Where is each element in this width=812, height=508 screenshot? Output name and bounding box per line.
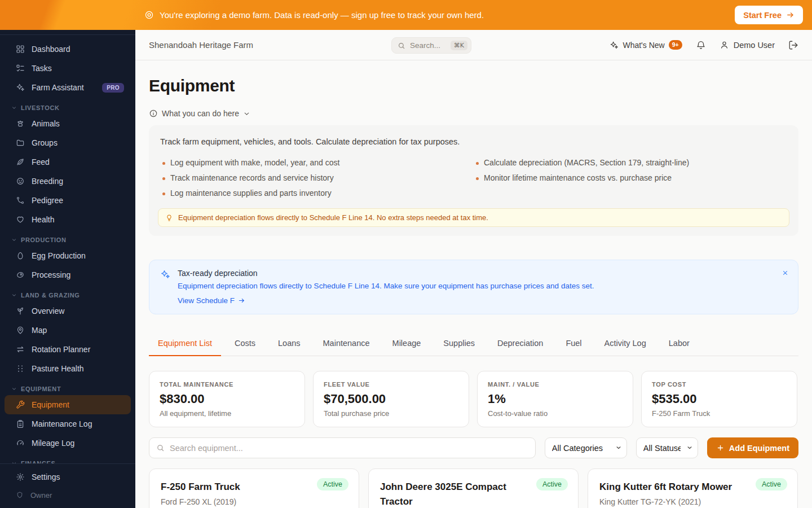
folder-icon xyxy=(16,138,25,147)
sidebar-item-breeding[interactable]: Breeding xyxy=(5,172,131,191)
breeding-icon xyxy=(16,177,25,186)
sidebar-item-animals[interactable]: Animals xyxy=(5,114,131,133)
sidebar-item-farm-assistant[interactable]: Farm Assistant PRO xyxy=(5,78,131,97)
help-toggle[interactable]: What you can do here xyxy=(149,109,250,118)
category-filter-select[interactable]: All Categories xyxy=(545,437,627,458)
tab-mileage[interactable]: Mileage xyxy=(383,339,430,356)
help-bullets-left: Log equipment with make, model, year, an… xyxy=(160,152,474,198)
sidebar-item-equipment[interactable]: Equipment xyxy=(5,395,131,414)
sidebar-nav: Dashboard Tasks Farm Assistant PRO LIVES… xyxy=(0,35,135,463)
sidebar-item-dashboard[interactable]: Dashboard xyxy=(5,40,131,59)
user-icon xyxy=(720,40,729,50)
tab-labor[interactable]: Labor xyxy=(660,339,699,356)
equipment-card-king-kutter[interactable]: King Kutter 6ft Rotary Mower Active King… xyxy=(588,468,798,508)
section-title: EQUIPMENT xyxy=(21,386,61,392)
sidebar-section-production[interactable]: PRODUCTION xyxy=(0,233,135,246)
sidebar-item-label: Farm Assistant xyxy=(32,83,84,92)
sidebar-item-pasture-health[interactable]: Pasture Health xyxy=(5,359,131,378)
sidebar-item-feed[interactable]: Feed xyxy=(5,152,131,172)
stat-card-top-cost: TOP COST $535.00 F-250 Farm Truck xyxy=(641,371,797,427)
pro-badge: PRO xyxy=(102,83,124,93)
user-name: Demo User xyxy=(734,41,775,50)
sidebar-item-mileage-log[interactable]: Mileage Log xyxy=(5,433,131,453)
pasture-grid-icon xyxy=(16,364,25,373)
callout-title: Tax-ready depreciation xyxy=(178,269,594,278)
equipment-grid: F-250 Farm Truck Active Ford F-250 XL (2… xyxy=(149,468,798,508)
stats-row: TOTAL MAINTENANCE $830.00 All equipment,… xyxy=(149,371,798,427)
stat-sub: F-250 Farm Truck xyxy=(652,409,787,418)
sidebar-section-finances[interactable]: FINANCES xyxy=(0,457,135,463)
keyboard-shortcut-badge: ⌘K xyxy=(451,41,467,50)
whats-new-button[interactable]: What's New 9+ xyxy=(610,40,682,50)
status-filter-wrap: All Statuses xyxy=(636,437,698,458)
tax-tip-banner: Equipment depreciation flows directly to… xyxy=(158,208,789,227)
notifications-bell-button[interactable] xyxy=(695,39,707,51)
sidebar-item-label: Rotation Planner xyxy=(32,345,90,354)
tab-supplies[interactable]: Supplies xyxy=(434,339,484,356)
equipment-search-input[interactable] xyxy=(170,444,528,453)
tab-equipment-list[interactable]: Equipment List xyxy=(149,339,221,356)
help-bullet: Log equipment with make, model, year, an… xyxy=(160,158,474,167)
plus-icon xyxy=(716,444,725,452)
help-bullet: Monitor lifetime maintenance costs vs. p… xyxy=(474,173,787,182)
sidebar-user-role: Owner xyxy=(5,487,131,503)
start-free-label: Start Free xyxy=(743,11,782,20)
sidebar-item-health[interactable]: Health xyxy=(5,210,131,229)
sidebar-item-label: Mileage Log xyxy=(32,439,74,448)
tab-activity-log[interactable]: Activity Log xyxy=(595,339,655,356)
sidebar: Dashboard Tasks Farm Assistant PRO LIVES… xyxy=(0,30,135,508)
callout-body: Equipment depreciation flows directly to… xyxy=(178,282,594,290)
sidebar-item-pedigree[interactable]: Pedigree xyxy=(5,191,131,210)
sidebar-item-tasks[interactable]: Tasks xyxy=(5,59,131,78)
help-bullet: Track maintenance records and service hi… xyxy=(160,173,474,182)
sidebar-item-maintenance-log[interactable]: Maintenance Log xyxy=(5,414,131,433)
demo-banner-message-row: You're exploring a demo farm. Data is re… xyxy=(144,0,484,30)
start-free-button[interactable]: Start Free xyxy=(735,6,803,24)
equipment-card-john-deere[interactable]: John Deere 3025E Compact Tractor Active … xyxy=(368,468,579,508)
sidebar-item-label: Maintenance Log xyxy=(32,419,92,428)
user-menu[interactable]: Demo User xyxy=(720,40,775,50)
view-schedule-f-link[interactable]: View Schedule F xyxy=(178,296,245,305)
close-icon[interactable] xyxy=(780,268,790,278)
equipment-name: King Kutter 6ft Rotary Mower xyxy=(599,480,740,494)
equipment-search-box xyxy=(149,437,536,458)
tab-depreciation[interactable]: Depreciation xyxy=(488,339,552,356)
sidebar-item-label: Settings xyxy=(32,472,60,481)
sidebar-item-overview[interactable]: Overview xyxy=(5,301,131,321)
stat-value: 1% xyxy=(488,392,623,406)
tasks-icon xyxy=(16,64,25,73)
stat-value: $830.00 xyxy=(160,392,294,406)
sidebar-item-map[interactable]: Map xyxy=(5,321,131,340)
tab-fuel[interactable]: Fuel xyxy=(557,339,590,356)
sidebar-section-livestock[interactable]: LIVESTOCK xyxy=(0,101,135,114)
page-content: Equipment What you can do here Track far… xyxy=(135,60,812,508)
status-filter-select[interactable]: All Statuses xyxy=(636,437,698,458)
chevron-down-icon xyxy=(243,110,250,117)
stat-sub: All equipment, lifetime xyxy=(160,409,294,418)
sidebar-item-processing[interactable]: Processing xyxy=(5,265,131,284)
sidebar-section-land-grazing[interactable]: LAND & GRAZING xyxy=(0,288,135,301)
section-title: LIVESTOCK xyxy=(21,104,60,111)
tab-maintenance[interactable]: Maintenance xyxy=(314,339,379,356)
tab-loans[interactable]: Loans xyxy=(269,339,310,356)
sidebar-item-label: Pedigree xyxy=(32,196,63,205)
add-equipment-button[interactable]: Add Equipment xyxy=(707,437,798,458)
sidebar-item-rotation-planner[interactable]: Rotation Planner xyxy=(5,340,131,359)
status-badge: Active xyxy=(317,478,348,491)
egg-icon xyxy=(16,251,25,260)
pedigree-branch-icon xyxy=(16,196,25,205)
equipment-card-f250[interactable]: F-250 Farm Truck Active Ford F-250 XL (2… xyxy=(149,468,359,508)
sidebar-item-label: Health xyxy=(32,215,54,224)
stat-sub: Cost-to-value ratio xyxy=(488,409,623,418)
equipment-detail: King Kutter TG-72-YK (2021) xyxy=(599,497,786,506)
sidebar-item-groups[interactable]: Groups xyxy=(5,133,131,152)
sidebar-item-egg-production[interactable]: Egg Production xyxy=(5,246,131,265)
sidebar-section-equipment[interactable]: EQUIPMENT xyxy=(0,382,135,395)
global-search[interactable]: Search... ⌘K xyxy=(391,37,471,54)
chevron-down-icon xyxy=(11,386,17,392)
tax-ready-callout: Tax-ready depreciation Equipment depreci… xyxy=(149,260,798,314)
logout-button[interactable] xyxy=(787,39,800,51)
tab-costs[interactable]: Costs xyxy=(226,339,264,356)
sidebar-item-settings[interactable]: Settings xyxy=(5,467,131,487)
map-pin-icon xyxy=(16,326,25,335)
